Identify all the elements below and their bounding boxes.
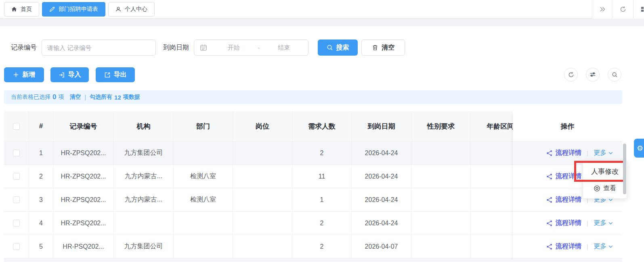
gear-icon: ⚙ (637, 144, 643, 153)
share-icon (546, 173, 553, 180)
select-all-link[interactable]: 勾选所有 (90, 94, 112, 101)
export-button-label: 导出 (114, 71, 127, 79)
flow-detail-label: 流程详情 (556, 149, 581, 157)
cell-record: HR-ZPSQ202... (53, 141, 114, 164)
cell-dept (174, 235, 233, 258)
table-row: 4 HR-ZPSQ202... 2 2026-04-24 (4, 212, 530, 235)
export-icon (104, 72, 111, 78)
row-checkbox[interactable] (13, 243, 20, 250)
more-dropdown-menu: 人事修改 查看 (583, 160, 627, 199)
column-header-record: 记录编号 (53, 111, 114, 141)
add-button-label: 新增 (22, 71, 35, 79)
cell-date: 2026-04-24 (352, 188, 411, 211)
more-dropdown-trigger[interactable]: 更多 (594, 149, 613, 157)
selection-prefix: 当前表格已选择 (11, 94, 50, 101)
cell-gender (411, 165, 471, 188)
total-count: 12 (114, 94, 121, 101)
cell-index: 2 (29, 165, 53, 188)
column-header-org: 机构 (114, 111, 174, 141)
chevron-down-icon (608, 245, 613, 248)
date-start-placeholder[interactable]: 开始 (210, 44, 258, 52)
arrival-date-range-picker[interactable]: 开始 - 结束 (194, 40, 308, 56)
import-button[interactable]: 导入 (50, 67, 89, 82)
flow-detail-label: 流程详情 (556, 195, 581, 204)
flow-detail-link[interactable]: 流程详情 (546, 242, 581, 251)
flow-detail-link[interactable]: 流程详情 (546, 172, 581, 181)
refresh-table-button[interactable] (564, 68, 578, 81)
chevron-down-icon (608, 222, 613, 225)
grid-icon (641, 6, 644, 12)
share-icon (546, 220, 553, 227)
row-checkbox[interactable] (13, 173, 20, 180)
clear-selection-link[interactable]: 清空 (69, 94, 81, 101)
cell-post (233, 165, 292, 188)
date-end-placeholder[interactable]: 结束 (260, 44, 308, 52)
tab-home[interactable]: 首页 (4, 2, 39, 17)
column-settings-button[interactable] (586, 68, 600, 81)
cell-dept: 检测八室 (174, 165, 233, 188)
more-dropdown-trigger[interactable]: 更多 (594, 219, 613, 227)
vertical-scrollbar-thumb[interactable] (623, 143, 626, 194)
row-checkbox[interactable] (13, 220, 20, 227)
search-button[interactable]: 搜索 (318, 40, 358, 56)
cell-gender (411, 141, 471, 164)
search-table-button[interactable] (608, 68, 621, 81)
chevron-down-icon (608, 152, 613, 155)
flow-detail-label: 流程详情 (556, 242, 581, 251)
next-row-partial (4, 258, 530, 262)
import-button-label: 导入 (68, 71, 81, 79)
action-divider: | (587, 150, 588, 156)
cell-date: 2026-04-24 (352, 212, 411, 235)
more-label: 更多 (594, 242, 606, 251)
menu-item-hr-modify[interactable]: 人事修改 (583, 163, 627, 180)
menu-item-view[interactable]: 查看 (583, 180, 627, 196)
export-button[interactable]: 导出 (96, 67, 135, 82)
more-label: 更多 (594, 219, 606, 227)
flow-detail-label: 流程详情 (556, 219, 581, 227)
cell-count: 2 (292, 141, 352, 164)
flow-detail-link[interactable]: 流程详情 (546, 195, 581, 204)
cell-post (233, 212, 292, 235)
import-icon (59, 72, 65, 78)
row-checkbox[interactable] (13, 150, 20, 156)
hr-modify-label: 人事修改 (591, 167, 619, 176)
cell-record: HR-ZPSQ202... (53, 212, 114, 235)
cell-dept (174, 212, 233, 235)
flow-detail-link[interactable]: 流程详情 (546, 149, 581, 157)
row-operation-cell: 流程详情 | 更多 (513, 235, 622, 258)
column-header-gender: 性别要求 (411, 111, 471, 141)
selection-info-bar: 当前表格已选择 0 项 清空 | 勾选所有 12 项数据 (4, 90, 622, 104)
refresh-page-button[interactable] (613, 0, 633, 19)
record-number-input[interactable] (42, 40, 156, 56)
row-checkbox[interactable] (13, 196, 20, 203)
settings-gear-tab[interactable]: ⚙ (634, 139, 644, 158)
add-button[interactable]: 新增 (4, 67, 44, 82)
select-all-checkbox[interactable] (13, 123, 20, 130)
collapse-tabs-button[interactable] (592, 0, 613, 19)
tab-personal-center[interactable]: 个人中心 (108, 2, 155, 17)
column-header-post: 岗位 (233, 111, 292, 141)
cell-date: 2026-04-24 (352, 165, 411, 188)
more-dropdown-trigger[interactable]: 更多 (594, 242, 613, 251)
table-tools (564, 68, 621, 81)
cell-index: 4 (29, 212, 53, 235)
calendar-icon (200, 44, 207, 51)
cell-dept: 检测八室 (174, 188, 233, 211)
tab-label: 首页 (21, 6, 32, 13)
cell-org: 九方集团公司 (114, 141, 174, 164)
flow-detail-link[interactable]: 流程详情 (546, 219, 581, 227)
layout-grid-button[interactable] (633, 0, 644, 19)
column-header-index: # (29, 111, 53, 141)
cell-index: 3 (29, 188, 53, 211)
tab-dept-recruit-form[interactable]: 部门招聘申请表 (42, 2, 105, 17)
record-number-label: 记录编号 (11, 44, 37, 52)
share-icon (546, 243, 553, 250)
table-row: 1 HR-ZPSQ202... 九方集团公司 2 2026-04-24 (4, 141, 530, 165)
more-label: 更多 (594, 149, 606, 157)
clear-filters-button[interactable]: 清空 (361, 40, 405, 56)
top-tab-bar: 首页 部门招聘申请表 个人中心 (0, 0, 644, 19)
column-header-operation: 操作 (513, 111, 622, 141)
tab-label: 个人中心 (125, 6, 147, 13)
next-row-partial (513, 258, 622, 262)
tab-label: 部门招聘申请表 (59, 6, 98, 13)
